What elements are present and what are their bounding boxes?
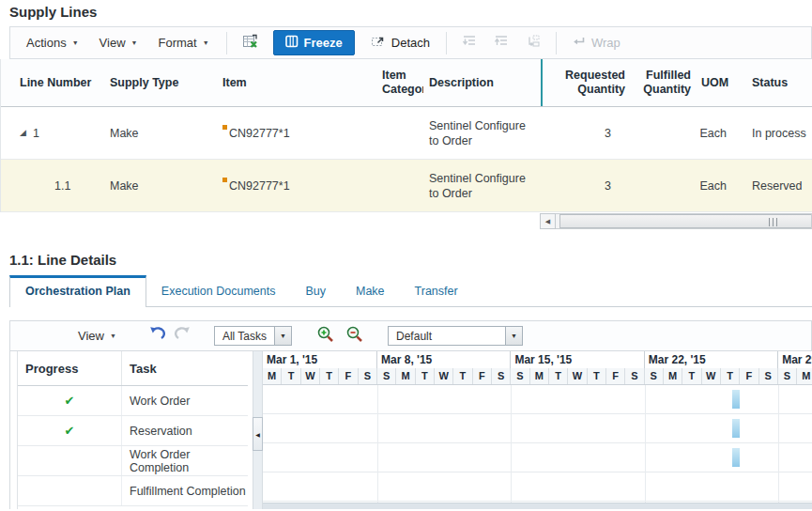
task-filter-value: All Tasks — [215, 327, 274, 345]
table-row[interactable]: ✔ Work Order Completion — [18, 446, 248, 476]
gantt-task-bar[interactable] — [732, 390, 739, 409]
gantt-region: Progress Task ✔ Work Order ✔ Reservation… — [9, 351, 812, 509]
gantt-day-header-cell: S — [511, 368, 529, 384]
column-header-item: Item — [217, 59, 376, 106]
view-menu-label: View — [100, 36, 126, 50]
chevron-down-icon: ▼ — [72, 39, 79, 46]
time-scale-dropdown[interactable]: Default ▼ — [388, 326, 523, 346]
gantt-week-label: Mar 8, '15 — [377, 351, 511, 368]
arrow-left-icon: ◀ — [255, 431, 260, 438]
tab-buy[interactable]: Buy — [290, 276, 341, 306]
expanded-node-icon[interactable]: ◢ — [20, 129, 26, 137]
gantt-day-header-cell: M — [396, 368, 415, 384]
scrollbar-thumb[interactable] — [559, 214, 812, 228]
gantt-week-row: Mar 1, '15Mar 8, '15Mar 15, '15Mar 22, '… — [263, 351, 812, 368]
gantt-day-header-cell: T — [549, 368, 568, 384]
gantt-splitter[interactable]: ◀ — [253, 351, 263, 509]
gantt-task-table: Progress Task ✔ Work Order ✔ Reservation… — [17, 351, 248, 509]
format-menu[interactable]: Format ▼ — [147, 27, 219, 58]
move-to-top-icon — [462, 34, 477, 52]
zoom-out-button[interactable] — [345, 325, 365, 347]
gantt-day-header-cell: T — [721, 368, 740, 384]
format-menu-label: Format — [158, 36, 196, 50]
promote-icon — [526, 34, 541, 52]
gantt-chart-rows — [263, 385, 812, 509]
freeze-button-label: Freeze — [304, 36, 343, 50]
undo-button[interactable] — [146, 326, 165, 346]
redo-icon — [175, 326, 193, 346]
gantt-day-header-cell: S — [377, 368, 396, 384]
chevron-down-icon[interactable]: ▼ — [274, 327, 291, 345]
gantt-task-table-header: Progress Task — [18, 351, 248, 386]
detach-button[interactable]: Detach — [361, 31, 439, 54]
table-row[interactable]: ◢ 1 Make CN92777*1 Sentinel Configure to… — [1, 107, 812, 160]
splitter-collapse-handle[interactable]: ◀ — [253, 417, 263, 451]
scrollbar-track[interactable] — [556, 213, 812, 229]
status-value: In process — [738, 107, 812, 159]
table-row[interactable]: ✔ Fulfillment Completion — [18, 476, 248, 506]
task-name: Reservation — [122, 416, 248, 445]
gantt-day-header-cell: W — [435, 368, 453, 384]
zoom-out-icon — [345, 325, 365, 347]
gantt-week-label: Mar 22, '15 — [645, 351, 778, 368]
gantt-week-gridline — [778, 385, 779, 503]
gantt-day-header-cell: S — [492, 368, 511, 384]
table-row[interactable]: ✔ Work Order — [18, 386, 248, 416]
supply-type-value: Make — [104, 160, 217, 211]
gantt-chart: Mar 1, '15Mar 8, '15Mar 15, '15Mar 22, '… — [263, 351, 812, 509]
actions-menu[interactable]: Actions ▼ — [16, 27, 89, 58]
requested-quantity-value: 3 — [541, 160, 630, 211]
gantt-day-row: MTWTFSSMTWTFSSMTWTFSSMTWTFSSM — [263, 368, 812, 385]
line-number-value: 1 — [33, 126, 39, 141]
view-menu[interactable]: View ▼ — [89, 27, 148, 58]
fulfilled-quantity-value — [630, 160, 696, 211]
supply-lines-table-header: Line Number Supply Type Item Item Catego… — [1, 59, 812, 107]
column-header-line-number: Line Number — [1, 59, 104, 106]
gantt-horizontal-scrollbar[interactable] — [263, 503, 812, 509]
export-to-excel-button[interactable] — [234, 27, 267, 58]
column-header-description: Description — [423, 59, 541, 106]
supply-lines-toolbar: Actions ▼ View ▼ Format ▼ Freeze Detach — [9, 26, 812, 59]
chevron-down-icon[interactable]: ▼ — [505, 327, 522, 345]
zoom-in-icon — [316, 325, 336, 347]
scroll-left-button[interactable]: ◀ — [540, 213, 556, 229]
item-value: CN92777*1 — [229, 178, 290, 194]
promote-button-disabled — [517, 27, 549, 58]
tab-make[interactable]: Make — [341, 276, 400, 306]
gantt-day-header-cell: T — [682, 368, 701, 384]
redo-button-disabled — [175, 326, 193, 346]
tab-transfer[interactable]: Transfer — [400, 276, 473, 306]
task-filter-dropdown[interactable]: All Tasks ▼ — [214, 326, 292, 346]
wrap-button-label: Wrap — [591, 36, 620, 50]
table-row[interactable]: 1.1 Make CN92777*1 Sentinel Configure to… — [1, 160, 812, 212]
task-name: Work Order Completion — [122, 446, 248, 475]
item-category-value — [376, 160, 423, 211]
gantt-day-header-cell: F — [339, 368, 358, 384]
gantt-day-header-cell: M — [263, 368, 282, 384]
move-up-icon — [494, 34, 509, 52]
supply-type-value: Make — [104, 107, 217, 159]
freeze-button[interactable]: Freeze — [273, 30, 355, 55]
gantt-day-header-cell: S — [759, 368, 778, 384]
gantt-day-header-cell: T — [282, 368, 300, 384]
requested-quantity-value: 3 — [541, 107, 630, 159]
gantt-day-header-cell: F — [473, 368, 492, 384]
tab-orchestration-plan[interactable]: Orchestration Plan — [9, 275, 146, 307]
toolbar-separator — [446, 32, 447, 54]
uom-value: Each — [696, 107, 738, 159]
supply-lines-table: Line Number Supply Type Item Item Catego… — [0, 59, 812, 212]
description-value: Sentinel Configure to Order — [423, 160, 541, 211]
move-to-top-button-disabled — [453, 27, 485, 58]
table-row[interactable]: ✔ Reservation — [18, 416, 248, 446]
gantt-view-menu[interactable]: View ▼ — [78, 329, 116, 343]
item-changed-marker — [222, 125, 227, 130]
gantt-week-label: Mar 29, '15 — [778, 351, 812, 368]
column-header-requested-quantity: Requested Quantity — [541, 59, 630, 106]
zoom-in-button[interactable] — [316, 325, 336, 347]
freeze-columns-icon — [285, 35, 299, 51]
gantt-chart-row — [263, 414, 812, 443]
tab-execution-documents[interactable]: Execution Documents — [146, 276, 291, 306]
gantt-task-bar[interactable] — [732, 419, 739, 438]
gantt-task-bar[interactable] — [732, 448, 739, 467]
gantt-week-gridline — [377, 385, 378, 503]
